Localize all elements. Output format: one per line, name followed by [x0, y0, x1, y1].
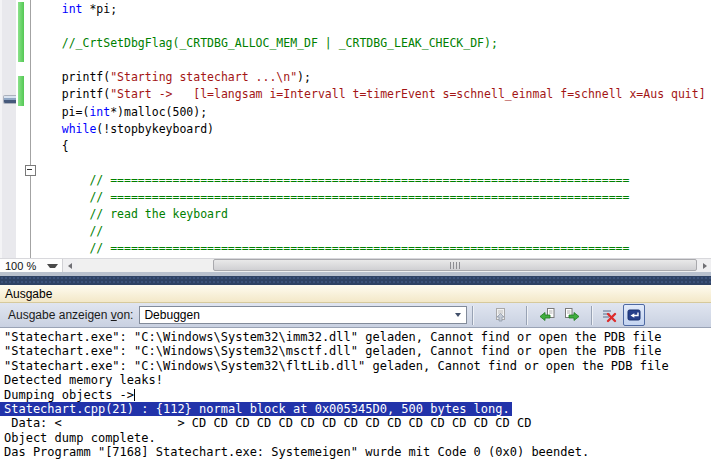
code-segment: printf( — [34, 87, 110, 101]
code-segment — [34, 2, 62, 16]
code-line[interactable]: // =====================================… — [34, 240, 711, 257]
horizontal-scrollbar[interactable] — [77, 259, 697, 272]
code-editor-pane: int *pi; //_CrtSetDbgFlag(_CRTDBG_ALLOC_… — [0, 0, 711, 272]
code-segment — [34, 173, 89, 187]
code-line[interactable]: pi=(int*)malloc(500); — [34, 104, 711, 121]
code-segment: ); — [297, 70, 311, 84]
output-line-text: Data: < > CD CD CD CD CD CD CD CD CD CD … — [4, 416, 531, 430]
output-source-combobox[interactable]: Debuggen — [139, 306, 467, 324]
code-segment: *pi; — [82, 2, 117, 16]
code-segment: (!stopbykeyboard) — [96, 122, 214, 136]
scroll-right-button[interactable] — [698, 259, 711, 272]
output-line-text: Detected memory leaks! — [4, 373, 163, 387]
clear-all-button[interactable] — [598, 304, 620, 326]
output-line-text: Object dump complete. — [4, 431, 156, 445]
goto-message-button[interactable] — [489, 304, 511, 326]
code-line[interactable]: //_CrtSetDbgFlag(_CRTDBG_ALLOC_MEM_DF | … — [34, 35, 711, 52]
code-segment: // =====================================… — [89, 241, 629, 255]
code-segment: // read the keyboard — [89, 207, 227, 221]
code-segment: // — [89, 224, 103, 238]
code-segment — [34, 241, 89, 255]
arrow-right-icon — [703, 263, 707, 269]
output-line-text: "Statechart.exe": "C:\Windows\System32\f… — [4, 359, 669, 373]
code-segment: // =====================================… — [89, 190, 629, 204]
code-line[interactable]: // — [34, 223, 711, 240]
document-arrow-left-icon — [539, 307, 555, 323]
code-segment — [34, 190, 89, 204]
toolbar-separator — [472, 306, 474, 325]
toolbar-separator — [526, 306, 528, 325]
output-line-selected[interactable]: Statechart.cpp(21) : {112} normal block … — [0, 402, 512, 416]
next-message-button[interactable] — [561, 304, 583, 326]
combobox-dropdown-button[interactable] — [450, 307, 466, 323]
code-line[interactable]: // read the keyboard — [34, 206, 711, 223]
output-text-area[interactable]: "Statechart.exe": "C:\Windows\System32\i… — [0, 328, 711, 472]
code-text-area[interactable]: int *pi; //_CrtSetDbgFlag(_CRTDBG_ALLOC_… — [34, 1, 711, 258]
code-line[interactable]: { — [34, 138, 711, 155]
window-background-band[interactable] — [0, 276, 711, 285]
scroll-left-button[interactable] — [63, 259, 76, 272]
editor-zoom-select[interactable]: 100 % — [0, 259, 63, 272]
code-segment: printf( — [34, 70, 110, 84]
code-segment: while — [62, 122, 97, 136]
zoom-level-value: 100 % — [0, 260, 36, 272]
output-line[interactable]: "Statechart.exe": "C:\Windows\System32\f… — [0, 359, 711, 373]
code-segment: "Starting statechart ...\n" — [110, 70, 297, 84]
change-tracking-bar — [18, 2, 24, 62]
code-segment — [34, 224, 89, 238]
code-segment: pi=( — [34, 105, 89, 119]
code-segment: // =====================================… — [89, 173, 629, 187]
output-window-titlebar[interactable]: Ausgabe — [0, 285, 711, 303]
output-line[interactable]: "Statechart.exe": "C:\Windows\System32\m… — [0, 344, 711, 358]
arrow-left-icon — [68, 263, 72, 269]
outlining-margin-line — [30, 0, 31, 258]
text-caret — [134, 389, 135, 401]
previous-message-button[interactable] — [536, 304, 558, 326]
output-source-value: Debuggen — [140, 308, 199, 322]
output-line[interactable]: Das Programm "[7168] Statechart.exe: Sys… — [0, 445, 711, 459]
code-line[interactable]: // =====================================… — [34, 189, 711, 206]
code-line[interactable]: // =====================================… — [34, 172, 711, 189]
output-line[interactable]: Data: < > CD CD CD CD CD CD CD CD CD CD … — [0, 416, 711, 430]
output-line[interactable]: Object dump complete. — [0, 431, 711, 445]
output-line-text: Dumping objects -> — [4, 388, 134, 402]
show-output-from-label: Ausgabe anzeigen von: — [8, 308, 133, 322]
code-segment: int — [62, 2, 83, 16]
document-up-arrow-icon — [492, 307, 508, 323]
toolbar-separator — [591, 306, 593, 325]
code-line[interactable] — [34, 155, 711, 172]
code-line[interactable]: int *pi; — [34, 1, 711, 18]
code-line[interactable]: printf("Start -> [l=langsam i=Intervall … — [34, 86, 711, 103]
code-segment: *)malloc(500); — [110, 105, 207, 119]
collapse-minus-icon — [27, 169, 32, 170]
output-line[interactable]: Dumping objects -> — [0, 388, 711, 402]
output-line[interactable]: Detected memory leaks! — [0, 373, 711, 387]
output-line-text: "Statechart.exe": "C:\Windows\System32\m… — [4, 344, 661, 358]
code-segment: { — [34, 139, 69, 153]
code-segment — [34, 122, 62, 136]
editor-bottom-bar: 100 % — [0, 258, 711, 272]
change-tracking-bar — [18, 76, 24, 106]
code-segment: int — [89, 105, 110, 119]
output-line[interactable]: "Statechart.exe": "C:\Windows\System32\i… — [0, 330, 711, 344]
code-segment — [34, 36, 62, 50]
chevron-down-icon — [47, 264, 58, 268]
code-line[interactable] — [34, 18, 711, 35]
scrollbar-thumb[interactable] — [213, 259, 697, 271]
code-line[interactable]: printf("Starting statechart ...\n"); — [34, 69, 711, 86]
vs-ide-window: int *pi; //_CrtSetDbgFlag(_CRTDBG_ALLOC_… — [0, 0, 711, 472]
code-line[interactable] — [34, 52, 711, 69]
scrollbar-grip-icon — [450, 262, 460, 269]
word-wrap-return-arrow-icon — [626, 307, 642, 323]
lines-red-x-icon — [601, 307, 617, 323]
output-tool-window: Ausgabe Ausgabe anzeigen von: Debuggen — [0, 285, 711, 472]
output-line-text: Statechart.cpp(21) : {112} normal block … — [4, 402, 510, 416]
code-segment — [34, 207, 89, 221]
chevron-down-icon — [455, 313, 461, 317]
code-line[interactable]: while(!stopbykeyboard) — [34, 121, 711, 138]
word-wrap-button[interactable] — [623, 304, 645, 326]
output-line-text: "Statechart.exe": "C:\Windows\System32\i… — [4, 330, 661, 344]
document-arrow-right-icon — [564, 307, 580, 323]
output-toolbar: Ausgabe anzeigen von: Debuggen — [0, 303, 711, 328]
change-tracking-margin — [16, 0, 26, 258]
